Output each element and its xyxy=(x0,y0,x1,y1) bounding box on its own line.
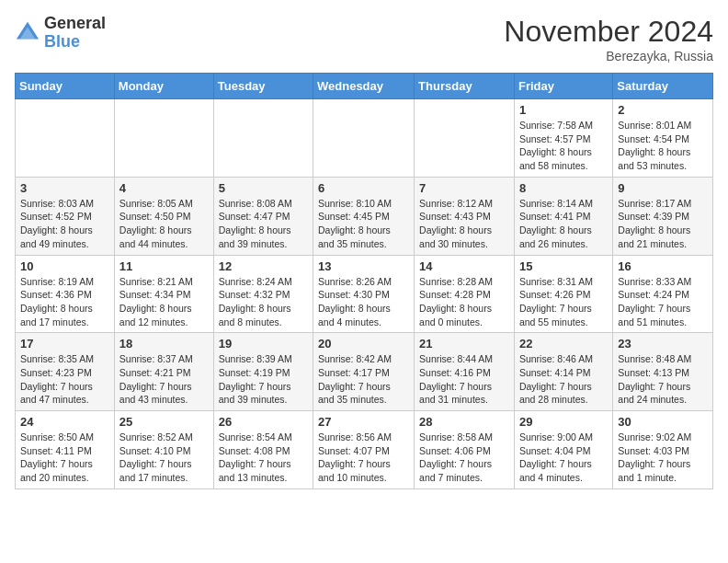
weekday-header: Sunday xyxy=(16,74,115,99)
calendar-cell: 5Sunrise: 8:08 AM Sunset: 4:47 PM Daylig… xyxy=(213,177,313,255)
day-number: 10 xyxy=(20,259,109,273)
weekday-header: Thursday xyxy=(415,74,515,99)
calendar-cell: 12Sunrise: 8:24 AM Sunset: 4:32 PM Dayli… xyxy=(213,255,313,333)
day-info: Sunrise: 8:14 AM Sunset: 4:41 PM Dayligh… xyxy=(519,197,608,251)
calendar-cell: 19Sunrise: 8:39 AM Sunset: 4:19 PM Dayli… xyxy=(213,333,313,411)
calendar-cell: 6Sunrise: 8:10 AM Sunset: 4:45 PM Daylig… xyxy=(313,177,415,255)
calendar-cell: 18Sunrise: 8:37 AM Sunset: 4:21 PM Dayli… xyxy=(114,333,213,411)
calendar-week-row: 3Sunrise: 8:03 AM Sunset: 4:52 PM Daylig… xyxy=(16,177,713,255)
day-number: 3 xyxy=(20,181,109,195)
calendar-cell: 15Sunrise: 8:31 AM Sunset: 4:26 PM Dayli… xyxy=(514,255,612,333)
calendar-cell: 7Sunrise: 8:12 AM Sunset: 4:43 PM Daylig… xyxy=(415,177,515,255)
day-info: Sunrise: 8:56 AM Sunset: 4:07 PM Dayligh… xyxy=(318,431,409,485)
calendar-cell: 23Sunrise: 8:48 AM Sunset: 4:13 PM Dayli… xyxy=(613,333,713,411)
day-info: Sunrise: 8:58 AM Sunset: 4:06 PM Dayligh… xyxy=(419,431,509,485)
day-info: Sunrise: 8:19 AM Sunset: 4:36 PM Dayligh… xyxy=(20,275,109,329)
logo-text: General Blue xyxy=(44,15,106,52)
calendar-cell xyxy=(16,99,115,178)
day-info: Sunrise: 8:24 AM Sunset: 4:32 PM Dayligh… xyxy=(219,275,308,329)
day-info: Sunrise: 8:03 AM Sunset: 4:52 PM Dayligh… xyxy=(20,197,109,251)
day-info: Sunrise: 9:00 AM Sunset: 4:04 PM Dayligh… xyxy=(519,431,608,485)
page-header: General Blue November 2024 Berezayka, Ru… xyxy=(15,15,713,63)
weekday-header: Tuesday xyxy=(213,74,313,99)
day-number: 28 xyxy=(419,415,509,429)
day-info: Sunrise: 8:10 AM Sunset: 4:45 PM Dayligh… xyxy=(318,197,409,251)
day-number: 20 xyxy=(318,337,409,350)
day-info: Sunrise: 8:31 AM Sunset: 4:26 PM Dayligh… xyxy=(519,275,608,329)
calendar-cell: 21Sunrise: 8:44 AM Sunset: 4:16 PM Dayli… xyxy=(415,333,515,411)
calendar-cell: 20Sunrise: 8:42 AM Sunset: 4:17 PM Dayli… xyxy=(313,333,415,411)
day-info: Sunrise: 8:46 AM Sunset: 4:14 PM Dayligh… xyxy=(519,352,608,407)
logo: General Blue xyxy=(15,15,106,52)
day-number: 15 xyxy=(519,259,608,273)
day-number: 6 xyxy=(318,181,409,195)
day-number: 4 xyxy=(119,181,209,195)
day-info: Sunrise: 8:37 AM Sunset: 4:21 PM Dayligh… xyxy=(119,352,209,407)
day-number: 8 xyxy=(519,181,608,195)
calendar-week-row: 17Sunrise: 8:35 AM Sunset: 4:23 PM Dayli… xyxy=(16,333,713,411)
calendar-cell: 3Sunrise: 8:03 AM Sunset: 4:52 PM Daylig… xyxy=(16,177,115,255)
day-number: 12 xyxy=(219,259,308,273)
day-info: Sunrise: 8:26 AM Sunset: 4:30 PM Dayligh… xyxy=(318,275,409,329)
calendar-cell: 13Sunrise: 8:26 AM Sunset: 4:30 PM Dayli… xyxy=(313,255,415,333)
logo-general: General xyxy=(44,15,106,33)
calendar-week-row: 10Sunrise: 8:19 AM Sunset: 4:36 PM Dayli… xyxy=(16,255,713,333)
day-info: Sunrise: 7:58 AM Sunset: 4:57 PM Dayligh… xyxy=(519,119,608,173)
day-number: 2 xyxy=(618,103,708,117)
calendar-cell: 11Sunrise: 8:21 AM Sunset: 4:34 PM Dayli… xyxy=(114,255,213,333)
calendar-cell: 14Sunrise: 8:28 AM Sunset: 4:28 PM Dayli… xyxy=(415,255,515,333)
logo-blue: Blue xyxy=(44,33,106,52)
day-info: Sunrise: 8:54 AM Sunset: 4:08 PM Dayligh… xyxy=(219,431,308,485)
day-number: 26 xyxy=(219,415,308,429)
day-number: 11 xyxy=(119,259,209,273)
weekday-header: Wednesday xyxy=(313,74,415,99)
day-number: 30 xyxy=(618,415,708,429)
day-info: Sunrise: 8:28 AM Sunset: 4:28 PM Dayligh… xyxy=(419,275,509,329)
day-number: 13 xyxy=(318,259,409,273)
day-number: 17 xyxy=(20,337,109,350)
calendar-cell: 30Sunrise: 9:02 AM Sunset: 4:03 PM Dayli… xyxy=(613,411,713,489)
day-info: Sunrise: 8:01 AM Sunset: 4:54 PM Dayligh… xyxy=(618,119,708,173)
calendar-cell: 9Sunrise: 8:17 AM Sunset: 4:39 PM Daylig… xyxy=(613,177,713,255)
day-info: Sunrise: 8:42 AM Sunset: 4:17 PM Dayligh… xyxy=(318,352,409,407)
calendar-cell: 17Sunrise: 8:35 AM Sunset: 4:23 PM Dayli… xyxy=(16,333,115,411)
day-number: 19 xyxy=(219,337,308,350)
calendar-cell xyxy=(313,99,415,178)
calendar-cell: 27Sunrise: 8:56 AM Sunset: 4:07 PM Dayli… xyxy=(313,411,415,489)
weekday-header: Saturday xyxy=(613,74,713,99)
day-info: Sunrise: 8:52 AM Sunset: 4:10 PM Dayligh… xyxy=(119,431,209,485)
calendar-cell xyxy=(213,99,313,178)
calendar-cell: 8Sunrise: 8:14 AM Sunset: 4:41 PM Daylig… xyxy=(514,177,612,255)
weekday-row: SundayMondayTuesdayWednesdayThursdayFrid… xyxy=(16,74,713,99)
calendar-cell: 29Sunrise: 9:00 AM Sunset: 4:04 PM Dayli… xyxy=(514,411,612,489)
calendar-cell: 25Sunrise: 8:52 AM Sunset: 4:10 PM Dayli… xyxy=(114,411,213,489)
day-number: 1 xyxy=(519,103,608,117)
day-number: 25 xyxy=(119,415,209,429)
day-info: Sunrise: 8:39 AM Sunset: 4:19 PM Dayligh… xyxy=(219,352,308,407)
calendar-body: 1Sunrise: 7:58 AM Sunset: 4:57 PM Daylig… xyxy=(16,99,713,489)
day-number: 7 xyxy=(419,181,509,195)
day-info: Sunrise: 8:44 AM Sunset: 4:16 PM Dayligh… xyxy=(419,352,509,407)
calendar-cell: 28Sunrise: 8:58 AM Sunset: 4:06 PM Dayli… xyxy=(415,411,515,489)
day-number: 21 xyxy=(419,337,509,350)
location: Berezayka, Russia xyxy=(504,49,713,63)
day-info: Sunrise: 8:08 AM Sunset: 4:47 PM Dayligh… xyxy=(219,197,308,251)
day-number: 29 xyxy=(519,415,608,429)
day-number: 22 xyxy=(519,337,608,350)
calendar-cell xyxy=(415,99,515,178)
calendar-cell: 4Sunrise: 8:05 AM Sunset: 4:50 PM Daylig… xyxy=(114,177,213,255)
weekday-header: Monday xyxy=(114,74,213,99)
calendar-header: SundayMondayTuesdayWednesdayThursdayFrid… xyxy=(16,74,713,99)
calendar-week-row: 24Sunrise: 8:50 AM Sunset: 4:11 PM Dayli… xyxy=(16,411,713,489)
day-info: Sunrise: 8:12 AM Sunset: 4:43 PM Dayligh… xyxy=(419,197,509,251)
day-number: 14 xyxy=(419,259,509,273)
day-info: Sunrise: 8:35 AM Sunset: 4:23 PM Dayligh… xyxy=(20,352,109,407)
month-title: November 2024 xyxy=(504,15,713,49)
weekday-header: Friday xyxy=(514,74,612,99)
day-number: 9 xyxy=(618,181,708,195)
day-number: 16 xyxy=(618,259,708,273)
day-number: 27 xyxy=(318,415,409,429)
day-number: 18 xyxy=(119,337,209,350)
calendar-cell: 2Sunrise: 8:01 AM Sunset: 4:54 PM Daylig… xyxy=(613,99,713,178)
calendar-cell: 24Sunrise: 8:50 AM Sunset: 4:11 PM Dayli… xyxy=(16,411,115,489)
